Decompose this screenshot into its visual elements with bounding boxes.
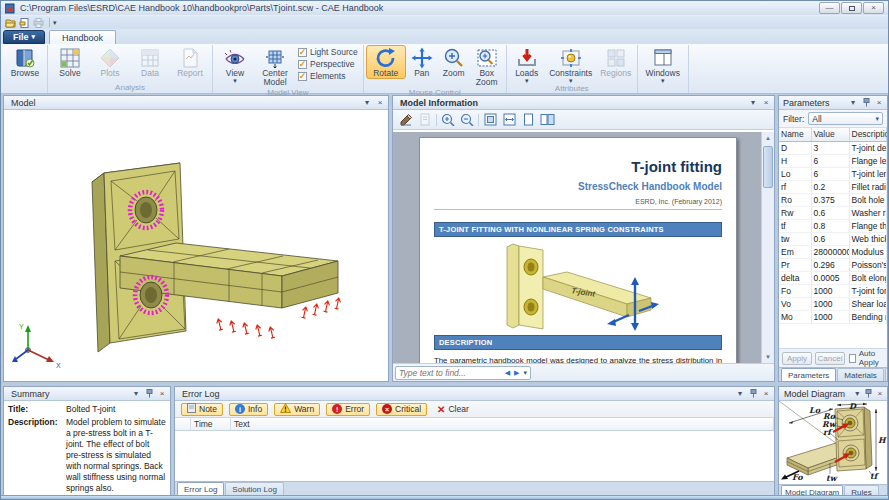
cae-handbook-window: { "window": { "title": "C:\\Program File… [0, 0, 889, 500]
summary-pin-icon[interactable] [144, 389, 154, 398]
tab-error-log[interactable]: Error Log [177, 482, 224, 495]
model-diagram-menu-icon[interactable]: ▾ [853, 389, 861, 399]
tab-parameters[interactable]: Parameters [781, 368, 836, 381]
model-info-close-icon[interactable]: × [761, 98, 771, 108]
light-source-checkbox[interactable]: ✓ Light Source [298, 47, 358, 57]
parameter-row[interactable]: delta0.0005Bolt elongation [779, 271, 887, 284]
model-diagram-pin-icon[interactable] [864, 389, 872, 398]
find-previous-icon[interactable]: ◀ [505, 369, 510, 376]
parameter-row[interactable]: D3T-joint depth [779, 141, 887, 154]
view-button[interactable]: View ▾ [215, 45, 255, 84]
print-icon[interactable] [33, 18, 44, 28]
apply-button[interactable]: Apply [782, 352, 812, 365]
tab-handbook[interactable]: Handbook [49, 30, 116, 44]
document-scrollbar[interactable]: ▲ ▼ [761, 132, 774, 363]
model-info-menu-icon[interactable]: ▾ [748, 98, 758, 108]
parameter-row[interactable]: Ro0.375Bolt hole radius [779, 193, 887, 206]
perspective-checkbox[interactable]: ✓ Perspective [298, 59, 358, 69]
column-header-time[interactable]: Time [191, 418, 231, 430]
parameter-row[interactable]: Fo1000T-joint force [779, 284, 887, 297]
loads-button[interactable]: Loads ▾ [509, 45, 545, 84]
auto-apply-checkbox[interactable]: Auto Apply [849, 349, 884, 367]
model-diagram-close-icon[interactable]: × [876, 389, 884, 399]
restore-button[interactable] [841, 2, 862, 14]
parameter-row[interactable]: Pr0.296Poisson's ratio [779, 258, 887, 271]
log-tabs: Error Log Solution Log [175, 481, 774, 495]
document-view[interactable]: T-joint fitting StressCheck Handbook Mod… [393, 130, 774, 363]
zoom-out-icon[interactable] [459, 112, 475, 127]
parameter-row[interactable]: Vo1000Shear load [779, 297, 887, 310]
plots-button[interactable]: Plots [90, 45, 130, 79]
parameters-pin-icon[interactable] [861, 98, 871, 107]
warn-toggle-button[interactable]: Warn [274, 403, 320, 416]
fit-page-icon[interactable] [482, 112, 498, 127]
find-next-icon[interactable]: ▶ [514, 369, 519, 376]
pan-button[interactable]: Pan [406, 45, 438, 79]
parameter-row[interactable]: Lo6T-joint length [779, 167, 887, 180]
open-file-icon[interactable] [5, 18, 16, 28]
critical-toggle-button[interactable]: × Critical [376, 403, 427, 416]
column-header-value[interactable]: Value [811, 128, 849, 141]
browse-button[interactable]: Browse [5, 45, 45, 79]
parameters-close-icon[interactable]: × [874, 98, 884, 108]
parameters-menu-icon[interactable]: ▾ [848, 98, 858, 108]
file-menu-button[interactable]: File ▾ [3, 30, 45, 44]
single-page-icon[interactable] [520, 112, 536, 127]
error-log-close-icon[interactable]: × [761, 389, 771, 399]
zoom-button[interactable]: Zoom [438, 45, 470, 79]
model-panel-menu-icon[interactable]: ▾ [362, 98, 372, 108]
clear-log-button[interactable]: ✕ Clear [433, 403, 473, 416]
scroll-down-icon[interactable]: ▼ [762, 351, 774, 363]
column-header-description[interactable]: Description [849, 128, 887, 141]
zoom-in-icon[interactable] [440, 112, 456, 127]
parameter-row[interactable]: tf0.8Flange thickness [779, 219, 887, 232]
model-3d-viewport[interactable]: Y X [4, 110, 388, 382]
report-button[interactable]: Report [170, 45, 210, 79]
parameters-header: Parameters ▾ × [779, 96, 887, 110]
close-button[interactable]: × [863, 2, 884, 14]
print-document-icon[interactable] [398, 112, 414, 127]
error-toggle-button[interactable]: ! Error [326, 403, 370, 416]
scroll-up-icon[interactable]: ▲ [762, 132, 774, 144]
cancel-button[interactable]: Cancel [815, 352, 845, 365]
error-log-menu-icon[interactable]: ▾ [735, 389, 745, 399]
regions-button[interactable]: Regions [597, 45, 635, 79]
windows-button[interactable]: Windows ▾ [640, 45, 686, 84]
import-file-icon[interactable] [19, 18, 30, 28]
solve-button[interactable]: Solve [50, 45, 90, 79]
elements-checkbox[interactable]: ✓ Elements [298, 71, 358, 81]
data-button[interactable]: Data [130, 45, 170, 79]
error-log-pin-icon[interactable] [748, 389, 758, 398]
qat-dropdown-icon[interactable]: ▾ [53, 20, 57, 25]
facing-pages-icon[interactable] [539, 112, 555, 127]
find-options-icon[interactable]: ▾ [523, 369, 527, 376]
fit-width-icon[interactable] [501, 112, 517, 127]
parameter-row[interactable]: Em28000000Modulus of Elas [779, 245, 887, 258]
info-toggle-button[interactable]: i Info [229, 403, 268, 416]
filter-select[interactable]: All ▾ [808, 112, 883, 125]
minimize-button[interactable]: — [819, 2, 840, 14]
summary-close-icon[interactable]: × [157, 389, 167, 399]
parameter-row[interactable]: Rw0.6Washer radius [779, 206, 887, 219]
rotate-button[interactable]: Rotate [366, 45, 406, 79]
parameter-row[interactable]: rf0.2Fillet radius [779, 180, 887, 193]
tab-materials[interactable]: Materials [837, 368, 883, 381]
tab-solution-log[interactable]: Solution Log [225, 482, 283, 495]
model-panel-close-icon[interactable]: × [375, 98, 385, 108]
parameter-row[interactable]: tw0.6Web thickness [779, 232, 887, 245]
copy-page-icon[interactable] [417, 112, 433, 127]
center-model-button[interactable]: Center Model [255, 45, 295, 88]
parameter-row[interactable]: Mo1000Bending moment [779, 310, 887, 323]
error-icon: ! [332, 404, 342, 414]
summary-menu-icon[interactable]: ▾ [131, 389, 141, 399]
note-toggle-button[interactable]: Note [181, 403, 223, 416]
column-header-text[interactable]: Text [231, 418, 774, 430]
error-log-rows[interactable] [175, 431, 774, 481]
column-header-name[interactable]: Name [779, 128, 811, 141]
box-zoom-button[interactable]: Box Zoom [470, 45, 504, 88]
scrollbar-thumb[interactable] [763, 146, 773, 188]
constraints-button[interactable]: Constraints ▾ [545, 45, 597, 84]
find-input[interactable] [399, 368, 501, 378]
tab-laminate[interactable]: Laminate... [885, 368, 888, 381]
parameter-row[interactable]: H6Flange length [779, 154, 887, 167]
